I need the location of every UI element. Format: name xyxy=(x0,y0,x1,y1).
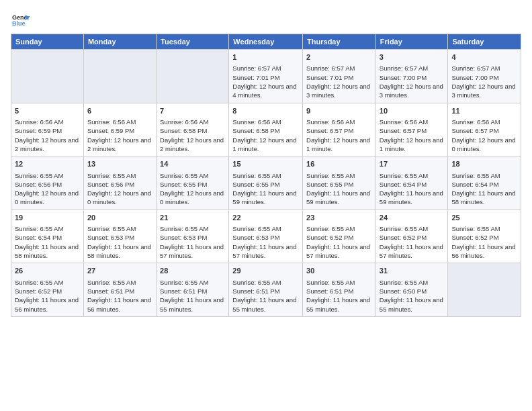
day-number: 7 xyxy=(160,106,225,116)
sunrise-text: Sunrise: 6:57 AM xyxy=(232,64,299,73)
day-number: 21 xyxy=(160,213,225,223)
sunrise-text: Sunrise: 6:55 AM xyxy=(232,224,299,233)
sunrise-text: Sunrise: 6:57 AM xyxy=(306,64,372,73)
day-number: 5 xyxy=(15,106,80,116)
sunset-text: Sunset: 6:55 PM xyxy=(306,180,372,189)
sunrise-text: Sunrise: 6:55 AM xyxy=(306,224,372,233)
sunrise-text: Sunrise: 6:56 AM xyxy=(380,118,445,126)
sunset-text: Sunset: 6:52 PM xyxy=(380,233,445,242)
calendar-cell: 23Sunrise: 6:55 AMSunset: 6:52 PMDayligh… xyxy=(303,210,376,263)
sunset-text: Sunset: 6:52 PM xyxy=(306,233,372,242)
daylight-text: Daylight: 12 hours and 2 minutes. xyxy=(15,136,80,154)
daylight-text: Daylight: 11 hours and 59 minutes. xyxy=(306,189,372,207)
sunset-text: Sunset: 6:51 PM xyxy=(232,287,299,295)
day-number: 11 xyxy=(451,106,517,116)
calendar-cell: 26Sunrise: 6:55 AMSunset: 6:52 PMDayligh… xyxy=(11,263,84,317)
sunset-text: Sunset: 6:58 PM xyxy=(160,126,225,135)
sunset-text: Sunset: 6:59 PM xyxy=(15,126,80,135)
sunset-text: Sunset: 6:52 PM xyxy=(15,287,80,295)
calendar-cell: 10Sunrise: 6:56 AMSunset: 6:57 PMDayligh… xyxy=(375,103,448,156)
calendar-cell: 25Sunrise: 6:55 AMSunset: 6:52 PMDayligh… xyxy=(448,210,521,263)
sunrise-text: Sunrise: 6:55 AM xyxy=(306,171,372,180)
sunrise-text: Sunrise: 6:56 AM xyxy=(15,118,80,126)
calendar-header-row: SundayMondayTuesdayWednesdayThursdayFrid… xyxy=(11,34,521,50)
column-header-friday: Friday xyxy=(375,34,448,50)
logo-icon: General Blue xyxy=(11,11,30,30)
daylight-text: Daylight: 11 hours and 57 minutes. xyxy=(160,242,225,261)
column-header-wednesday: Wednesday xyxy=(229,34,303,50)
daylight-text: Daylight: 11 hours and 57 minutes. xyxy=(232,242,299,261)
calendar-cell: 3Sunrise: 6:57 AMSunset: 7:00 PMDaylight… xyxy=(375,50,448,103)
daylight-text: Daylight: 11 hours and 57 minutes. xyxy=(380,242,445,261)
daylight-text: Daylight: 12 hours and 0 minutes. xyxy=(451,136,517,154)
logo: General Blue xyxy=(11,11,32,30)
calendar-cell: 12Sunrise: 6:55 AMSunset: 6:56 PMDayligh… xyxy=(11,156,84,210)
sunrise-text: Sunrise: 6:56 AM xyxy=(451,118,517,126)
daylight-text: Daylight: 12 hours and 2 minutes. xyxy=(160,136,225,154)
daylight-text: Daylight: 11 hours and 59 minutes. xyxy=(380,189,445,207)
calendar-week-row: 1Sunrise: 6:57 AMSunset: 7:01 PMDaylight… xyxy=(11,50,521,103)
day-number: 2 xyxy=(306,52,372,62)
daylight-text: Daylight: 11 hours and 56 minutes. xyxy=(87,295,152,314)
daylight-text: Daylight: 12 hours and 2 minutes. xyxy=(87,136,152,154)
daylight-text: Daylight: 12 hours and 1 minute. xyxy=(306,136,372,154)
calendar-cell: 28Sunrise: 6:55 AMSunset: 6:51 PMDayligh… xyxy=(157,263,229,317)
daylight-text: Daylight: 11 hours and 57 minutes. xyxy=(306,242,372,261)
sunset-text: Sunset: 6:57 PM xyxy=(451,126,517,135)
sunrise-text: Sunrise: 6:55 AM xyxy=(15,278,80,287)
daylight-text: Daylight: 12 hours and 0 minutes. xyxy=(160,189,225,207)
day-number: 17 xyxy=(380,159,445,169)
calendar-cell xyxy=(448,263,521,317)
sunset-text: Sunset: 6:58 PM xyxy=(232,126,299,135)
calendar-week-row: 5Sunrise: 6:56 AMSunset: 6:59 PMDaylight… xyxy=(11,103,521,156)
sunset-text: Sunset: 6:54 PM xyxy=(380,180,445,189)
sunrise-text: Sunrise: 6:55 AM xyxy=(380,278,445,287)
sunset-text: Sunset: 6:56 PM xyxy=(15,180,80,189)
calendar-cell: 7Sunrise: 6:56 AMSunset: 6:58 PMDaylight… xyxy=(157,103,229,156)
day-number: 16 xyxy=(306,159,372,169)
sunset-text: Sunset: 6:52 PM xyxy=(451,233,517,242)
daylight-text: Daylight: 12 hours and 0 minutes. xyxy=(15,189,80,207)
sunrise-text: Sunrise: 6:57 AM xyxy=(451,64,517,73)
sunset-text: Sunset: 7:01 PM xyxy=(306,73,372,82)
daylight-text: Daylight: 11 hours and 56 minutes. xyxy=(15,295,80,314)
sunset-text: Sunset: 6:57 PM xyxy=(306,126,372,135)
sunset-text: Sunset: 6:55 PM xyxy=(160,180,225,189)
sunset-text: Sunset: 6:59 PM xyxy=(87,126,152,135)
day-number: 31 xyxy=(380,266,445,276)
daylight-text: Daylight: 11 hours and 58 minutes. xyxy=(451,189,517,207)
sunset-text: Sunset: 6:54 PM xyxy=(451,180,517,189)
day-number: 13 xyxy=(87,159,152,169)
daylight-text: Daylight: 11 hours and 55 minutes. xyxy=(232,295,299,314)
calendar-cell xyxy=(11,50,84,103)
calendar-cell: 14Sunrise: 6:55 AMSunset: 6:55 PMDayligh… xyxy=(157,156,229,210)
calendar-cell: 31Sunrise: 6:55 AMSunset: 6:50 PMDayligh… xyxy=(375,263,448,317)
calendar-cell: 15Sunrise: 6:55 AMSunset: 6:55 PMDayligh… xyxy=(229,156,303,210)
sunrise-text: Sunrise: 6:55 AM xyxy=(380,224,445,233)
day-number: 3 xyxy=(380,52,445,62)
column-header-saturday: Saturday xyxy=(448,34,521,50)
sunrise-text: Sunrise: 6:55 AM xyxy=(87,224,152,233)
sunrise-text: Sunrise: 6:55 AM xyxy=(232,278,299,287)
sunrise-text: Sunrise: 6:55 AM xyxy=(87,278,152,287)
sunrise-text: Sunrise: 6:55 AM xyxy=(15,224,80,233)
calendar-cell: 20Sunrise: 6:55 AMSunset: 6:53 PMDayligh… xyxy=(83,210,156,263)
day-number: 27 xyxy=(87,266,152,276)
daylight-text: Daylight: 11 hours and 55 minutes. xyxy=(380,295,445,314)
calendar-cell: 17Sunrise: 6:55 AMSunset: 6:54 PMDayligh… xyxy=(375,156,448,210)
day-number: 14 xyxy=(160,159,225,169)
sunset-text: Sunset: 6:53 PM xyxy=(232,233,299,242)
calendar-body: 1Sunrise: 6:57 AMSunset: 7:01 PMDaylight… xyxy=(11,50,521,317)
daylight-text: Daylight: 11 hours and 55 minutes. xyxy=(306,295,372,314)
calendar-cell: 2Sunrise: 6:57 AMSunset: 7:01 PMDaylight… xyxy=(303,50,376,103)
daylight-text: Daylight: 12 hours and 3 minutes. xyxy=(306,82,372,100)
calendar-cell: 9Sunrise: 6:56 AMSunset: 6:57 PMDaylight… xyxy=(303,103,376,156)
column-header-sunday: Sunday xyxy=(11,34,84,50)
calendar-week-row: 19Sunrise: 6:55 AMSunset: 6:54 PMDayligh… xyxy=(11,210,521,263)
sunset-text: Sunset: 6:54 PM xyxy=(15,233,80,242)
daylight-text: Daylight: 11 hours and 56 minutes. xyxy=(451,242,517,261)
calendar-cell: 16Sunrise: 6:55 AMSunset: 6:55 PMDayligh… xyxy=(303,156,376,210)
calendar-cell: 22Sunrise: 6:55 AMSunset: 6:53 PMDayligh… xyxy=(229,210,303,263)
daylight-text: Daylight: 12 hours and 1 minute. xyxy=(232,136,299,154)
sunrise-text: Sunrise: 6:57 AM xyxy=(380,64,445,73)
